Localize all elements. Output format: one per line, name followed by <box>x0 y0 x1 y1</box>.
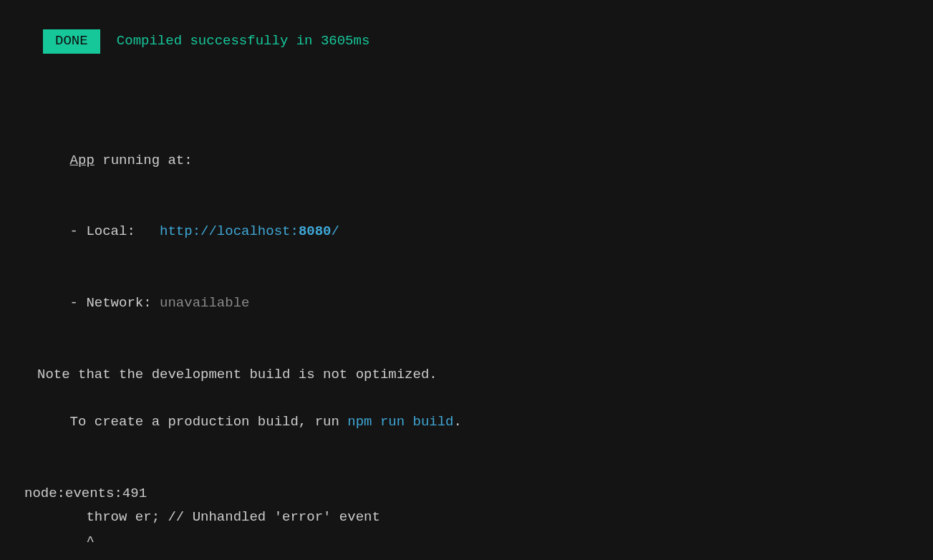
blank-line <box>10 339 923 363</box>
app-running-rest: running at: <box>95 153 193 168</box>
status-line: DONE Compiled successfully in 3605ms <box>10 6 923 77</box>
throw-line: throw er; // Unhandled 'error' event <box>10 506 923 529</box>
done-badge: DONE <box>43 29 100 53</box>
node-events-line: node:events:491 <box>10 482 923 506</box>
blank-line <box>10 458 923 482</box>
note-line-1: Note that the development build is not o… <box>10 363 923 387</box>
blank-line <box>10 554 923 560</box>
local-url-line: - Local: http://localhost:8080/ <box>10 196 923 268</box>
blank-line <box>10 101 923 125</box>
local-url[interactable]: http://localhost:8080/ <box>160 223 339 239</box>
app-word: App <box>70 153 95 168</box>
caret-line: ^ <box>10 530 923 554</box>
local-label: - Local: <box>70 223 160 239</box>
blank-line <box>10 77 923 101</box>
network-label: - Network: <box>70 295 160 311</box>
note-line-2: To create a production build, run npm ru… <box>10 387 923 458</box>
network-value: unavailable <box>160 295 249 311</box>
app-running-heading: App running at: <box>10 125 923 196</box>
build-command: npm run build <box>347 414 453 430</box>
compile-message: Compiled successfully in 3605ms <box>117 33 369 49</box>
network-line: - Network: unavailable <box>10 268 923 339</box>
terminal-output: DONE Compiled successfully in 3605ms App… <box>10 6 923 560</box>
